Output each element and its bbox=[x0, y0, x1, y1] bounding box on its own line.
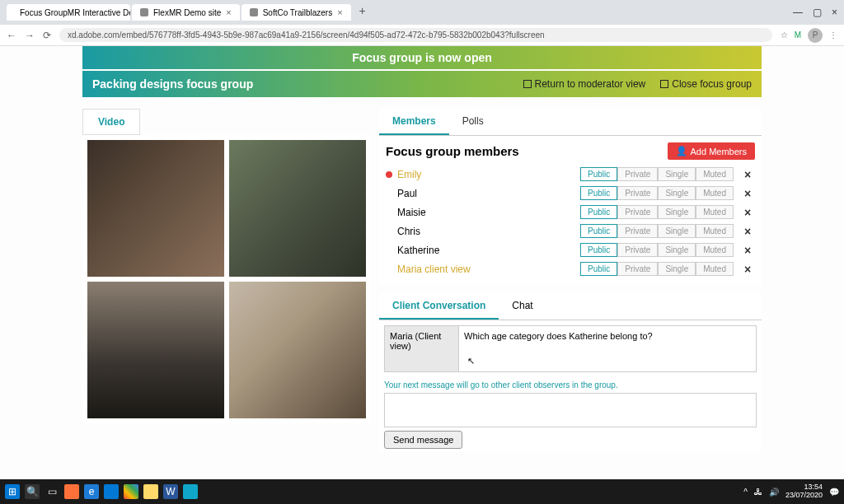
close-icon[interactable]: × bbox=[226, 7, 231, 17]
remove-member-icon[interactable]: × bbox=[740, 168, 755, 181]
word-icon[interactable]: W bbox=[163, 484, 178, 499]
mode-private[interactable]: Private bbox=[617, 186, 658, 200]
network-icon[interactable]: 🖧 bbox=[754, 488, 762, 497]
close-icon[interactable]: × bbox=[337, 7, 342, 17]
task-view-icon[interactable]: ▭ bbox=[45, 484, 59, 499]
remove-member-icon[interactable]: × bbox=[740, 187, 755, 200]
add-members-button[interactable]: 👤Add Members bbox=[668, 142, 755, 160]
remove-member-icon[interactable]: × bbox=[740, 225, 755, 238]
minimize-icon[interactable]: — bbox=[793, 7, 803, 18]
send-message-button[interactable]: Send message bbox=[384, 431, 462, 449]
notifications-icon[interactable]: 💬 bbox=[829, 488, 839, 497]
member-row: Maria client view Public Private Single … bbox=[386, 259, 755, 278]
tray-chevron-icon[interactable]: ^ bbox=[743, 488, 748, 497]
members-heading: Focus group members bbox=[386, 144, 519, 158]
participant-video[interactable] bbox=[229, 140, 366, 277]
mode-muted[interactable]: Muted bbox=[696, 224, 734, 238]
mode-public[interactable]: Public bbox=[580, 262, 617, 276]
status-dot bbox=[386, 266, 392, 273]
app-icon[interactable] bbox=[183, 484, 198, 499]
message-hint: Your next message will go to other clien… bbox=[379, 377, 762, 393]
mode-group: Public Private Single Muted bbox=[580, 224, 734, 238]
start-icon[interactable]: ⊞ bbox=[5, 484, 20, 499]
close-focus-group-link[interactable]: Close focus group bbox=[660, 78, 752, 90]
bookmark-icon[interactable]: ☆ bbox=[781, 30, 788, 40]
url-field[interactable]: xd.adobe.com/embed/576778ff-3fd5-4943-5b… bbox=[59, 28, 772, 42]
mode-public[interactable]: Public bbox=[580, 167, 617, 181]
status-dot bbox=[386, 247, 392, 254]
extension-icon[interactable]: M bbox=[795, 30, 801, 40]
back-icon[interactable]: ← bbox=[7, 30, 16, 41]
edge-icon[interactable] bbox=[104, 484, 119, 499]
browser-tab[interactable]: FlexMR Demo site× bbox=[132, 4, 240, 21]
forward-icon[interactable]: → bbox=[25, 30, 35, 41]
participant-video[interactable] bbox=[87, 140, 224, 277]
member-name: Katherine bbox=[397, 245, 580, 256]
mode-muted[interactable]: Muted bbox=[696, 243, 734, 257]
status-dot bbox=[386, 209, 392, 216]
browser-tab-strip: Focus GroupMR Interactive Dem× FlexMR De… bbox=[0, 0, 844, 25]
mode-private[interactable]: Private bbox=[617, 167, 658, 181]
mode-public[interactable]: Public bbox=[580, 243, 617, 257]
browser-tab[interactable]: Focus GroupMR Interactive Dem× bbox=[7, 4, 130, 21]
mode-muted[interactable]: Muted bbox=[696, 167, 734, 181]
title-banner: Packing designs focus group Return to mo… bbox=[82, 71, 762, 97]
video-grid bbox=[82, 135, 371, 423]
mode-public[interactable]: Public bbox=[580, 186, 617, 200]
member-row: Emily Public Private Single Muted × bbox=[386, 165, 755, 184]
tab-client-conversation[interactable]: Client Conversation bbox=[379, 293, 499, 320]
member-row: Chris Public Private Single Muted × bbox=[386, 222, 755, 240]
volume-icon[interactable]: 🔊 bbox=[769, 488, 779, 497]
mode-public[interactable]: Public bbox=[580, 205, 617, 219]
status-banner: Focus group is now open bbox=[82, 46, 762, 69]
return-moderator-link[interactable]: Return to moderator view bbox=[523, 78, 646, 90]
participant-video[interactable] bbox=[229, 282, 366, 418]
mode-public[interactable]: Public bbox=[580, 224, 617, 238]
chrome-icon[interactable] bbox=[124, 484, 138, 499]
mode-group: Public Private Single Muted bbox=[580, 243, 734, 257]
mode-single[interactable]: Single bbox=[658, 262, 696, 276]
close-icon[interactable]: × bbox=[832, 7, 837, 18]
reload-icon[interactable]: ⟳ bbox=[43, 30, 51, 41]
profile-avatar[interactable]: P bbox=[808, 28, 823, 43]
clock[interactable]: 13:54 23/07/2020 bbox=[785, 483, 823, 500]
mode-single[interactable]: Single bbox=[658, 167, 696, 181]
mode-private[interactable]: Private bbox=[617, 262, 658, 276]
remove-member-icon[interactable]: × bbox=[740, 244, 755, 257]
add-user-icon: 👤 bbox=[676, 146, 687, 156]
mode-private[interactable]: Private bbox=[617, 224, 658, 238]
search-icon[interactable]: 🔍 bbox=[25, 484, 40, 499]
firefox-icon[interactable] bbox=[64, 484, 79, 499]
mode-single[interactable]: Single bbox=[658, 186, 696, 200]
message-text: Which age category does Katherine belong… bbox=[459, 326, 756, 371]
mode-muted[interactable]: Muted bbox=[696, 205, 734, 219]
mode-private[interactable]: Private bbox=[617, 243, 658, 257]
status-dot bbox=[386, 190, 392, 197]
mode-single[interactable]: Single bbox=[658, 205, 696, 219]
member-row: Katherine Public Private Single Muted × bbox=[386, 240, 755, 259]
mode-private[interactable]: Private bbox=[617, 205, 658, 219]
remove-member-icon[interactable]: × bbox=[740, 263, 755, 276]
tab-polls[interactable]: Polls bbox=[449, 109, 497, 135]
explorer-icon[interactable] bbox=[143, 484, 158, 499]
browser-tab[interactable]: SoftCo Trailblazers× bbox=[241, 4, 351, 21]
member-name: Maria client view bbox=[397, 264, 580, 275]
status-dot bbox=[386, 171, 392, 178]
remove-member-icon[interactable]: × bbox=[740, 206, 755, 219]
mode-single[interactable]: Single bbox=[658, 243, 696, 257]
mode-muted[interactable]: Muted bbox=[696, 186, 734, 200]
mode-muted[interactable]: Muted bbox=[696, 262, 734, 276]
tab-video[interactable]: Video bbox=[82, 109, 140, 135]
chat-message: Maria (Client view) Which age category d… bbox=[384, 325, 757, 372]
new-tab-button[interactable]: + bbox=[353, 4, 373, 21]
tab-chat[interactable]: Chat bbox=[499, 293, 546, 320]
mode-single[interactable]: Single bbox=[658, 224, 696, 238]
tab-members[interactable]: Members bbox=[379, 109, 449, 135]
mode-group: Public Private Single Muted bbox=[580, 186, 734, 200]
message-input[interactable] bbox=[384, 393, 757, 427]
maximize-icon[interactable]: ▢ bbox=[813, 7, 822, 18]
member-name: Paul bbox=[397, 188, 580, 199]
participant-video[interactable] bbox=[87, 282, 224, 418]
ie-icon[interactable]: e bbox=[84, 484, 99, 499]
menu-icon[interactable]: ⋮ bbox=[829, 30, 837, 40]
